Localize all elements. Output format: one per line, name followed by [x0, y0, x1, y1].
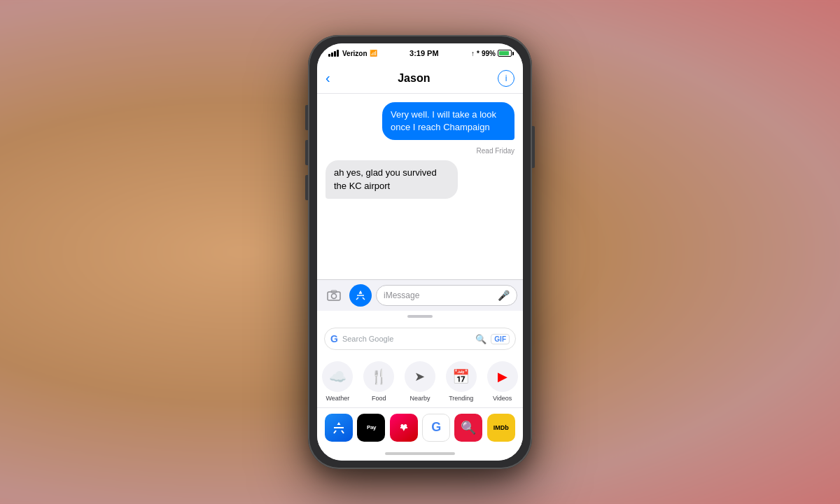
received-bubble: ah yes, glad you survived the KC airport [326, 160, 458, 198]
signal-bar-4 [337, 50, 339, 57]
signal-bars [328, 50, 339, 57]
search-icons: 🔍 GIF [475, 334, 510, 344]
received-message-row: ah yes, glad you survived the KC airport [326, 160, 514, 198]
scene: Verizon 📶 3:19 PM ↑ * 99% ‹ Jas [0, 0, 840, 504]
input-toolbar: iMessage 🎤 [317, 279, 523, 311]
contact-name[interactable]: Jason [398, 72, 430, 85]
signal-bar-2 [331, 52, 333, 57]
messages-area: Very well. I will take a look once I rea… [317, 94, 523, 279]
signal-bar-3 [334, 51, 336, 57]
trending-label: Trending [449, 395, 473, 402]
dock-applepay[interactable]: Pay [357, 414, 385, 442]
svg-line-7 [334, 430, 336, 433]
dock-search-app[interactable]: 🔍 [454, 414, 482, 442]
trending-icon: 📅 [446, 361, 477, 392]
status-left: Verizon 📶 [328, 50, 377, 57]
imessage-placeholder: iMessage [384, 290, 419, 300]
nearby-icon: ➤ [405, 361, 435, 392]
drag-pill [407, 315, 433, 318]
dock-search-icon: 🔍 [461, 420, 476, 435]
svg-line-8 [342, 430, 344, 433]
suggestion-nearby[interactable]: ➤ Nearby [405, 361, 435, 402]
app-suggestions: ☁️ Weather 🍴 Food ➤ Nearby 📅 Trending ▶ [317, 356, 523, 407]
battery-fill [499, 51, 509, 55]
appstore-button[interactable] [349, 284, 372, 307]
suggestion-weather[interactable]: ☁️ Weather [322, 361, 353, 402]
svg-line-5 [363, 298, 365, 300]
gif-button[interactable]: GIF [491, 334, 510, 344]
imessage-input[interactable]: iMessage 🎤 [376, 285, 517, 306]
google-search-area: G Search Google 🔍 GIF [317, 322, 523, 356]
suggestion-trending[interactable]: 📅 Trending [446, 361, 477, 402]
dock-google[interactable]: G [422, 414, 450, 442]
screen: Verizon 📶 3:19 PM ↑ * 99% ‹ Jas [317, 43, 523, 461]
weather-label: Weather [326, 395, 349, 402]
status-time: 3:19 PM [410, 49, 439, 57]
camera-button[interactable] [323, 284, 345, 307]
sent-text: Very well. I will take a look once I rea… [391, 109, 496, 132]
drag-handle [317, 311, 523, 322]
svg-point-1 [332, 294, 337, 299]
dock-appstore[interactable] [325, 414, 353, 442]
food-label: Food [372, 395, 386, 402]
nearby-label: Nearby [410, 395, 430, 402]
food-icon: 🍴 [363, 361, 394, 392]
dock-imdb-label: IMDb [493, 424, 509, 431]
google-search-bar[interactable]: G Search Google 🔍 GIF [324, 328, 516, 350]
back-button[interactable]: ‹ [326, 70, 330, 86]
status-right: ↑ * 99% [471, 50, 512, 57]
apple-pay-text: Pay [367, 424, 376, 430]
dock-heart-app[interactable]: ♥ [390, 414, 418, 442]
videos-icon: ▶ [487, 361, 518, 392]
dock-imdb[interactable]: IMDb [487, 414, 515, 442]
mic-button[interactable]: 🎤 [498, 290, 510, 301]
nav-bar: ‹ Jason i [317, 63, 523, 94]
bottom-dock: Pay ♥ G 🔍 IMDb [317, 407, 523, 447]
sent-message-row: Very well. I will take a look once I rea… [326, 102, 514, 140]
wifi-icon: 📶 [370, 50, 377, 57]
search-placeholder: Search Google [342, 335, 471, 343]
search-lens-icon[interactable]: 🔍 [475, 334, 486, 344]
info-button[interactable]: i [498, 70, 514, 87]
received-text: ah yes, glad you survived the KC airport [334, 167, 437, 190]
home-indicator [317, 447, 523, 461]
read-receipt: Read Friday [326, 147, 514, 155]
google-logo: G [330, 333, 338, 344]
battery-percent: 99% [482, 50, 496, 57]
sent-bubble: Very well. I will take a look once I rea… [382, 102, 514, 140]
read-receipt-text: Read Friday [477, 147, 514, 155]
back-chevron: ‹ [326, 70, 330, 86]
location-icon: ↑ [471, 50, 475, 57]
suggestion-videos[interactable]: ▶ Videos [487, 361, 518, 402]
suggestion-food[interactable]: 🍴 Food [363, 361, 394, 402]
bluetooth-icon: * [477, 50, 479, 57]
phone-frame: Verizon 📶 3:19 PM ↑ * 99% ‹ Jas [308, 35, 532, 469]
videos-label: Videos [493, 395, 512, 402]
weather-icon: ☁️ [322, 361, 353, 392]
home-pill [385, 452, 455, 455]
dock-google-logo: G [431, 420, 441, 435]
signal-bar-1 [328, 54, 330, 57]
battery-icon [498, 50, 512, 57]
carrier-label: Verizon [342, 50, 368, 57]
svg-line-4 [356, 298, 358, 300]
status-bar: Verizon 📶 3:19 PM ↑ * 99% [317, 43, 523, 63]
